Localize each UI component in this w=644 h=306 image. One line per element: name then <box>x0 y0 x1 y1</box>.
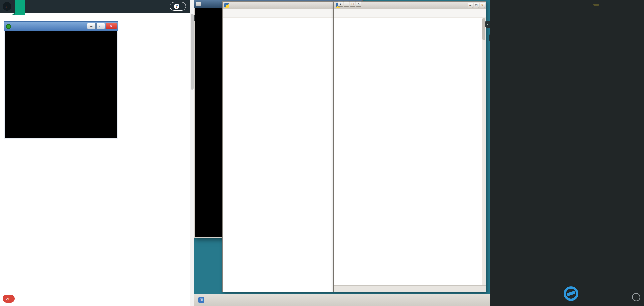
back-arrow-icon[interactable] <box>3 2 11 11</box>
brand-logo-icon <box>564 286 578 301</box>
editor-titlebar[interactable] <box>223 2 333 9</box>
minimize-icon[interactable] <box>468 3 473 8</box>
tab-lab-report[interactable] <box>50 0 54 13</box>
maximize-icon[interactable] <box>350 1 355 7</box>
extend-time-badge[interactable] <box>593 4 599 6</box>
document-header <box>0 0 190 13</box>
brand-watermark <box>564 286 582 301</box>
close-icon <box>106 23 117 29</box>
minimize-icon <box>87 23 96 29</box>
embedded-screenshot <box>4 21 118 139</box>
scrollbar-thumb[interactable] <box>191 14 194 90</box>
shade-icon[interactable] <box>338 1 343 7</box>
editor-menubar <box>223 9 333 17</box>
document-panel <box>0 0 190 306</box>
color-spiral-drawing <box>5 31 117 138</box>
help-button[interactable] <box>632 293 640 301</box>
hide-desktop-tab[interactable] <box>194 15 195 21</box>
maximize-icon[interactable] <box>474 3 479 8</box>
document-scrollbar[interactable] <box>190 0 194 306</box>
minimize-icon[interactable] <box>344 1 349 7</box>
ask-question-button[interactable] <box>170 2 186 11</box>
shell-output-area[interactable] <box>334 18 482 285</box>
collapse-sidebar-arrow-icon[interactable] <box>485 21 490 28</box>
shell-window[interactable] <box>334 1 486 292</box>
editor-code-area[interactable] <box>223 18 333 292</box>
applications-menu-button[interactable] <box>196 295 209 305</box>
turtle-app-icon <box>6 24 11 29</box>
scrollbar-thumb[interactable] <box>482 18 485 40</box>
hide-toolbar-tab[interactable] <box>489 34 490 41</box>
embedded-titlebar <box>4 22 118 31</box>
maximize-icon <box>96 23 105 29</box>
close-icon[interactable] <box>356 1 361 7</box>
taskbar <box>194 294 490 306</box>
app-menu-icon <box>198 297 204 303</box>
close-icon[interactable] <box>480 3 485 8</box>
question-icon <box>174 4 179 9</box>
slash-circle-icon <box>5 296 9 301</box>
python-file-icon <box>224 3 229 8</box>
editor-window[interactable] <box>222 1 334 292</box>
tab-lab-document[interactable] <box>15 0 25 15</box>
shell-scrollbar[interactable] <box>482 18 486 285</box>
shell-status-bar <box>334 285 486 292</box>
window-icon <box>196 2 201 6</box>
vnc-desktop <box>194 0 490 306</box>
session-timer <box>589 3 599 6</box>
error-correction-button[interactable] <box>3 295 15 303</box>
shell-menubar <box>334 9 486 17</box>
embedded-canvas <box>4 31 118 139</box>
